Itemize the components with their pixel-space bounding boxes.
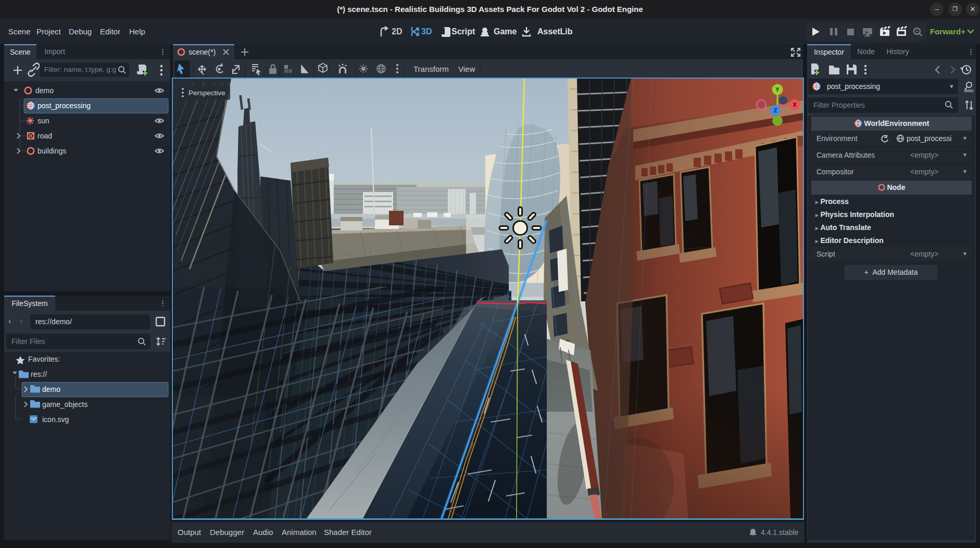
svg-text:Z: Z — [774, 107, 777, 113]
svg-text:Transform: Transform — [413, 65, 449, 73]
svg-text:road: road — [37, 132, 52, 140]
svg-text:sun: sun — [37, 117, 49, 125]
svg-text:demo: demo — [42, 385, 60, 393]
svg-text:Favorites:: Favorites: — [28, 355, 60, 363]
svg-text:Y: Y — [775, 86, 780, 93]
svg-text:X: X — [793, 101, 797, 108]
svg-text:post_processing: post_processing — [37, 101, 91, 110]
svg-text:buildings: buildings — [37, 147, 66, 155]
svg-text:scene(*): scene(*) — [189, 48, 216, 56]
svg-text:game_objects: game_objects — [42, 400, 87, 409]
svg-text:Perspective: Perspective — [189, 89, 225, 97]
svg-text:icon.svg: icon.svg — [42, 415, 69, 424]
svg-text:res://: res:// — [31, 370, 47, 378]
svg-text:DOC: DOC — [964, 88, 974, 93]
svg-text:View: View — [458, 65, 475, 73]
svg-text:demo: demo — [35, 86, 54, 95]
